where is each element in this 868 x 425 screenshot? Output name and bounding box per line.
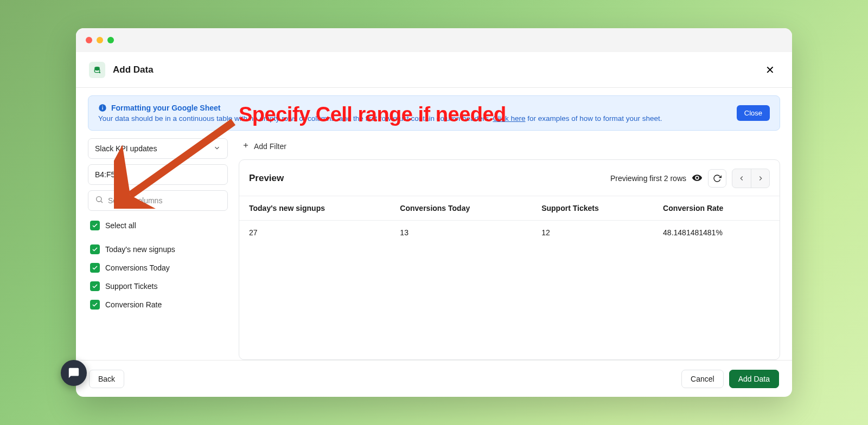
add-filter-button[interactable]: Add Filter — [242, 141, 780, 151]
svg-point-4 — [97, 197, 101, 202]
checkbox-icon — [90, 221, 100, 230]
chevron-left-icon — [738, 175, 745, 182]
svg-rect-3 — [102, 106, 103, 106]
search-columns-input[interactable] — [108, 196, 221, 205]
table-cell: 12 — [532, 221, 653, 245]
main-area: Slack KPI updates B4:F5 Select all — [76, 131, 792, 360]
table-header: Conversions Today — [390, 196, 532, 221]
info-icon — [98, 104, 107, 112]
traffic-light-minimize[interactable] — [97, 37, 103, 43]
table-cell: 27 — [239, 221, 390, 245]
mac-titlebar — [76, 28, 792, 52]
column-label: Support Tickets — [105, 282, 158, 291]
table-header: Conversion Rate — [653, 196, 780, 221]
preview-table: Today's new signups Conversions Today Su… — [239, 196, 780, 244]
column-label: Conversion Rate — [105, 300, 162, 309]
traffic-light-close[interactable] — [86, 37, 92, 43]
svg-rect-2 — [102, 107, 103, 110]
sheet-select-value: Slack KPI updates — [95, 144, 157, 153]
chevron-right-icon — [757, 175, 764, 182]
table-header: Today's new signups — [239, 196, 390, 221]
chat-icon — [68, 367, 80, 379]
checkbox-icon — [90, 244, 100, 254]
chevron-down-icon — [213, 144, 221, 153]
cell-range-input[interactable]: B4:F5 — [88, 164, 228, 185]
sidebar: Slack KPI updates B4:F5 Select all — [88, 138, 228, 360]
content-area: Add Filter Preview Previewing first 2 ro… — [239, 138, 780, 360]
column-row[interactable]: Support Tickets — [88, 277, 228, 295]
table-cell: 48.1481481481% — [653, 221, 780, 245]
column-row[interactable]: Today's new signups — [88, 240, 228, 259]
sheet-select[interactable]: Slack KPI updates — [88, 138, 228, 159]
table-cell: 13 — [390, 221, 532, 245]
column-row[interactable]: Conversions Today — [88, 259, 228, 277]
search-icon — [95, 195, 104, 206]
eye-icon — [692, 172, 703, 185]
preview-status-text: Previewing first 2 rows — [610, 174, 686, 183]
refresh-icon — [713, 174, 722, 183]
banner-body: Your data should be in a continuous tabl… — [98, 114, 730, 123]
plus-icon — [242, 141, 250, 151]
data-source-icon — [89, 62, 105, 78]
table-header-row: Today's new signups Conversions Today Su… — [239, 196, 780, 221]
select-all-label: Select all — [105, 221, 136, 230]
modal-header: Add Data ✕ — [76, 52, 792, 88]
column-label: Conversions Today — [105, 263, 170, 272]
checkbox-icon — [90, 263, 100, 273]
pager — [732, 169, 770, 188]
modal-title: Add Data — [113, 65, 754, 75]
checkbox-icon — [90, 281, 100, 291]
svg-point-8 — [696, 176, 698, 178]
select-all-row[interactable]: Select all — [88, 216, 228, 235]
banner-help-link[interactable]: Click here — [493, 114, 525, 123]
modal-footer: Back Cancel Add Data — [76, 360, 792, 397]
preview-card: Preview Previewing first 2 rows — [239, 159, 780, 360]
column-label: Today's new signups — [105, 245, 175, 254]
svg-line-5 — [101, 201, 103, 203]
table-row: 27 13 12 48.1481481481% — [239, 221, 780, 245]
table-header: Support Tickets — [532, 196, 653, 221]
refresh-button[interactable] — [708, 169, 726, 188]
pager-next-button[interactable] — [751, 169, 769, 188]
banner-title: Formatting your Google Sheet — [98, 104, 730, 112]
back-button[interactable]: Back — [89, 370, 124, 388]
chat-widget-button[interactable] — [61, 360, 87, 386]
app-window: Add Data ✕ Formatting your Google Sheet … — [76, 28, 792, 397]
cancel-button[interactable]: Cancel — [681, 370, 724, 388]
checkbox-icon — [90, 300, 100, 310]
banner-close-button[interactable]: Close — [737, 105, 770, 121]
traffic-light-zoom[interactable] — [107, 37, 114, 43]
column-row[interactable]: Conversion Rate — [88, 295, 228, 314]
close-button[interactable]: ✕ — [761, 61, 779, 79]
search-columns-wrap[interactable] — [88, 190, 228, 211]
info-banner: Formatting your Google Sheet Your data s… — [88, 95, 780, 131]
pager-prev-button[interactable] — [732, 169, 751, 188]
add-data-button[interactable]: Add Data — [729, 370, 779, 388]
preview-title: Preview — [249, 173, 284, 184]
